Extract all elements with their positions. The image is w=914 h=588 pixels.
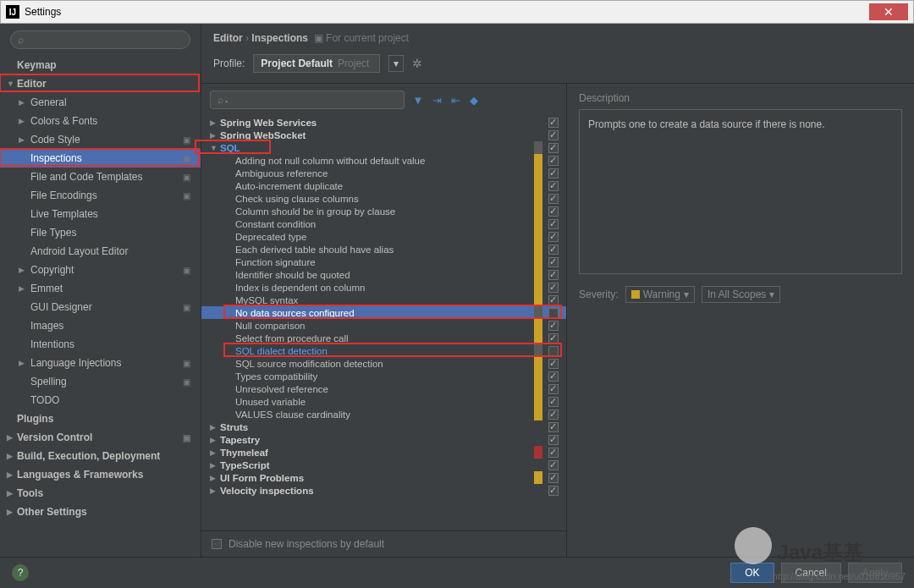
disable-new-checkbox[interactable] [212, 539, 222, 549]
inspection-column-should-be-in-group-by-clause[interactable]: Column should be in group by clause [201, 205, 566, 217]
inspection-checkbox[interactable] [548, 371, 559, 382]
sidebar-item-languages-frameworks[interactable]: ▶Languages & Frameworks [0, 465, 201, 484]
profile-dropdown-icon[interactable]: ▾ [388, 55, 404, 72]
inspection-sql-source-modification-detection[interactable]: SQL source modification detection [201, 357, 566, 370]
sidebar-item-images[interactable]: Images [0, 316, 201, 335]
inspection-checkbox[interactable] [548, 232, 559, 242]
inspection-checkbox[interactable] [548, 206, 559, 217]
inspection-adding-not-null-column-without-default-value[interactable]: Adding not null column without default v… [201, 154, 566, 167]
inspection-checkbox[interactable] [548, 346, 559, 356]
inspection-checkbox[interactable] [548, 321, 559, 331]
sidebar-item-version-control[interactable]: ▶Version Control▣ [0, 428, 201, 447]
inspection-checkbox[interactable] [548, 194, 559, 204]
inspection-sql-dialect-detection[interactable]: SQL dialect detection [201, 344, 566, 357]
collapse-icon[interactable]: ⇤ [449, 93, 462, 107]
sidebar-item-android-layout-editor[interactable]: Android Layout Editor [0, 242, 201, 261]
category-sql[interactable]: ▼SQL [201, 141, 566, 154]
severity-select[interactable]: Warning ▾ [625, 286, 695, 303]
inspection-checkbox[interactable] [548, 295, 559, 305]
sidebar-item-copyright[interactable]: ▶Copyright▣ [0, 261, 201, 279]
sidebar-item-file-encodings[interactable]: File Encodings▣ [0, 186, 201, 205]
sidebar-item-keymap[interactable]: Keymap [0, 56, 201, 74]
expand-icon[interactable]: ⇥ [430, 93, 443, 107]
inspection-no-data-sources-configured[interactable]: No data sources configured [201, 306, 566, 319]
inspection-checkbox[interactable] [548, 308, 559, 318]
scope-select[interactable]: In All Scopes ▾ [702, 286, 780, 303]
inspection-checkbox[interactable] [548, 435, 559, 445]
inspection-unresolved-reference[interactable]: Unresolved reference [201, 382, 566, 395]
inspections-tree[interactable]: ▶Spring Web Services▶Spring WebSocket▼SQ… [201, 116, 566, 530]
category-tapestry[interactable]: ▶Tapestry [201, 433, 566, 446]
sidebar-item-todo[interactable]: TODO [0, 391, 201, 409]
inspection-checkbox[interactable] [548, 448, 559, 458]
sidebar-item-gui-designer[interactable]: GUI Designer▣ [0, 298, 201, 316]
inspection-checkbox[interactable] [548, 245, 559, 255]
inspection-checkbox[interactable] [548, 460, 559, 470]
sidebar-item-general[interactable]: ▶General [0, 93, 201, 112]
category-typescript[interactable]: ▶TypeScript [201, 459, 566, 471]
inspection-checkbox[interactable] [548, 409, 559, 420]
sidebar-item-code-style[interactable]: ▶Code Style▣ [0, 130, 201, 149]
inspection-function-signature[interactable]: Function signature [201, 256, 566, 268]
inspection-checkbox[interactable] [548, 118, 559, 128]
inspection-constant-condition[interactable]: Constant condition [201, 217, 566, 230]
inspection-values-clause-cardinality[interactable]: VALUES clause cardinality [201, 408, 566, 420]
inspection-checkbox[interactable] [548, 384, 559, 394]
sidebar-item-language-injections[interactable]: ▶Language Injections▣ [0, 354, 201, 372]
ok-button[interactable]: OK [730, 563, 774, 583]
inspection-select-from-procedure-call[interactable]: Select from procedure call [201, 332, 566, 344]
inspection-checkbox[interactable] [548, 181, 559, 191]
sidebar-item-colors-fonts[interactable]: ▶Colors & Fonts [0, 112, 201, 130]
inspection-auto-increment-duplicate[interactable]: Auto-increment duplicate [201, 179, 566, 192]
inspection-ambiguous-reference[interactable]: Ambiguous reference [201, 167, 566, 179]
close-icon[interactable]: ✕ [869, 3, 908, 20]
category-velocity-inspections[interactable]: ▶Velocity inspections [201, 484, 566, 497]
inspection-checkbox[interactable] [548, 156, 559, 166]
disable-new-row[interactable]: Disable new inspections by default [201, 530, 566, 557]
inspection-types-compatibility[interactable]: Types compatibility [201, 370, 566, 382]
sidebar-item-inspections[interactable]: Inspections▣ [0, 149, 201, 168]
inspection-null-comparison[interactable]: Null comparison [201, 319, 566, 332]
inspection-checkbox[interactable] [548, 397, 559, 407]
category-thymeleaf[interactable]: ▶Thymeleaf [201, 446, 566, 459]
category-spring-web-services[interactable]: ▶Spring Web Services [201, 116, 566, 129]
category-struts[interactable]: ▶Struts [201, 420, 566, 433]
profile-select[interactable]: Project Default Project [253, 54, 380, 73]
inspection-mysql-syntax[interactable]: MySQL syntax [201, 294, 566, 306]
inspection-checkbox[interactable] [548, 473, 559, 483]
sidebar-item-live-templates[interactable]: Live Templates [0, 205, 201, 223]
category-spring-websocket[interactable]: ▶Spring WebSocket [201, 129, 566, 141]
sidebar-item-other-settings[interactable]: ▶Other Settings [0, 503, 201, 521]
sidebar-item-file-types[interactable]: File Types [0, 223, 201, 242]
inspection-identifier-should-be-quoted[interactable]: Identifier should be quoted [201, 268, 566, 281]
inspection-checkbox[interactable] [548, 333, 559, 343]
inspection-unused-variable[interactable]: Unused variable [201, 395, 566, 408]
filter-icon[interactable]: ▼ [411, 93, 425, 107]
sidebar-item-file-and-code-templates[interactable]: File and Code Templates▣ [0, 168, 201, 186]
sidebar-search[interactable]: ⌕ [10, 30, 190, 49]
category-ui-form-problems[interactable]: ▶UI Form Problems [201, 471, 566, 484]
inspection-checkbox[interactable] [548, 143, 559, 153]
sidebar-item-emmet[interactable]: ▶Emmet [0, 279, 201, 298]
inspection-index-is-dependent-on-column[interactable]: Index is dependent on column [201, 281, 566, 294]
inspection-checkbox[interactable] [548, 219, 559, 229]
inspection-checkbox[interactable] [548, 130, 559, 140]
sidebar-item-intentions[interactable]: Intentions [0, 335, 201, 354]
inspection-check-using-clause-columns[interactable]: Check using clause columns [201, 192, 566, 205]
inspection-checkbox[interactable] [548, 168, 559, 179]
sidebar-item-plugins[interactable]: Plugins [0, 409, 201, 428]
inspection-checkbox[interactable] [548, 270, 559, 280]
inspection-search[interactable]: ⌕▾ [210, 91, 405, 109]
sidebar-item-editor[interactable]: ▼Editor [0, 74, 201, 93]
inspection-deprecated-type[interactable]: Deprecated type [201, 230, 566, 243]
help-icon[interactable]: ? [12, 564, 29, 581]
sidebar-item-tools[interactable]: ▶Tools [0, 484, 201, 503]
breadcrumb-editor[interactable]: Editor [213, 32, 243, 44]
sidebar-search-input[interactable] [27, 34, 183, 47]
inspection-checkbox[interactable] [548, 486, 559, 496]
gear-icon[interactable]: ✲ [412, 57, 422, 70]
inspection-checkbox[interactable] [548, 257, 559, 267]
sidebar-item-spelling[interactable]: Spelling▣ [0, 372, 201, 391]
inspection-checkbox[interactable] [548, 283, 559, 293]
inspection-checkbox[interactable] [548, 422, 559, 432]
